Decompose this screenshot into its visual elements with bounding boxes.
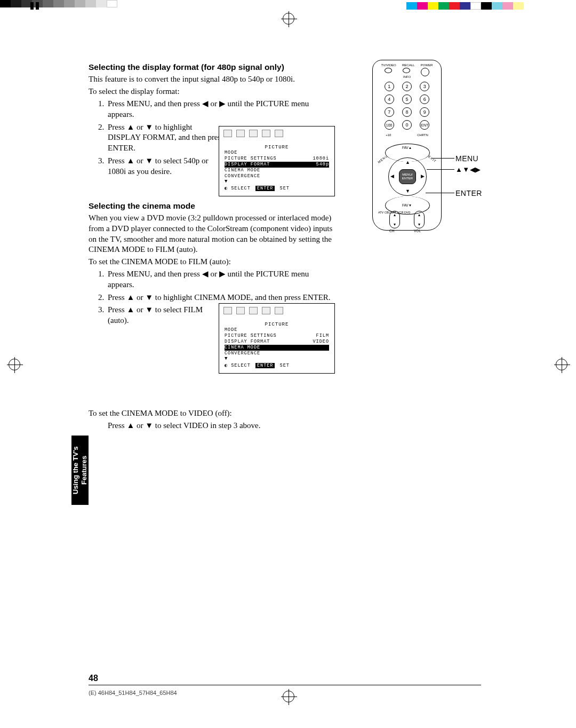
intro-cinema-mode: When you view a DVD movie (3:2 pulldown … <box>89 213 334 255</box>
callout-menu: MENU <box>455 154 478 163</box>
osd-menu-cinema-mode: PICTURE MODE PICTURE SETTINGSFILM DISPLA… <box>219 303 335 374</box>
registration-mark-left <box>9 359 20 370</box>
printer-registration-strip <box>0 0 576 12</box>
step-text: Press ▲ or ▼ to highlight CINEMA MODE, a… <box>108 293 331 302</box>
footer-filename: (E) 46H84_51H84_57H84_65H84 <box>89 690 177 696</box>
osd-tab-icon <box>223 130 232 137</box>
osd-tab-icon <box>262 130 270 137</box>
lead-video-off: To set the CINEMA MODE to VIDEO (off): <box>89 408 334 419</box>
tvvideo-button <box>385 68 392 73</box>
osd-tab-icons <box>223 130 283 137</box>
num-button: 5 <box>402 94 412 104</box>
heading-cinema-mode: Selecting the cinema mode <box>89 201 334 211</box>
intro-display-format: This feature is to convert the input sig… <box>89 74 334 85</box>
osd-tab-icon <box>236 307 245 314</box>
remote-control-diagram: TV/VIDEO RECALL POWER INFO 1 2 3 4 5 6 7… <box>372 60 442 231</box>
right-arrow-icon: ▶ <box>421 173 425 179</box>
osd-menu-display-format: PICTURE MODE PICTURE SETTINGS1080i DISPL… <box>219 126 335 196</box>
step-text: Press MENU, and then press ◀ or ▶ until … <box>108 270 309 289</box>
num-button: 4 <box>385 94 394 104</box>
num-button: ENT <box>420 120 429 130</box>
callout-leader <box>427 169 454 170</box>
num-button: 1 <box>385 82 394 91</box>
osd-footer: ◐ SELECT ENTER SET <box>225 363 290 369</box>
heading-display-format: Selecting the display format (for 480p s… <box>89 62 334 73</box>
osd-tab-icon <box>275 307 283 314</box>
callout-enter: ENTER <box>455 189 482 197</box>
num-button: 100 <box>385 120 394 130</box>
osd-tab-icon <box>223 307 232 314</box>
callout-leader <box>426 193 454 193</box>
left-arrow-icon: ◀ <box>390 173 394 179</box>
num-button: 6 <box>420 94 429 104</box>
step-text: Press ▲ or ▼ to highlight DISPLAY FORMAT… <box>108 123 224 153</box>
osd-footer: ◐ SELECT ENTER SET <box>225 186 290 192</box>
num-button: 3 <box>420 82 429 91</box>
step-text: Press ▲ or ▼ to select 540p or 1080i as … <box>108 156 208 176</box>
chapter-tab: Using the TV's Features <box>71 436 89 505</box>
down-arrow-icon: ▼ <box>405 188 410 194</box>
osd-tab-icon <box>249 130 258 137</box>
registration-mark-right <box>556 359 567 370</box>
page-number: 48 <box>89 674 98 683</box>
registration-mark-top <box>283 13 294 25</box>
step-text: Press MENU, and then press ◀ or ▶ until … <box>108 99 309 118</box>
osd-tab-icon <box>236 130 245 137</box>
num-button: 7 <box>385 107 394 117</box>
vol-rocker: ▴▾ <box>414 211 425 228</box>
number-pad: 1 2 3 4 5 6 7 8 9 100 0 ENT <box>373 82 441 130</box>
osd-tab-icon <box>275 130 283 137</box>
page-canvas: Selecting the display format (for 480p s… <box>31 30 545 698</box>
osd-tab-icon <box>249 307 258 314</box>
color-swatch <box>406 2 524 10</box>
menu-enter-button: MENU/ ENTER <box>399 169 416 184</box>
callout-arrows: ▲▼◀▶ <box>455 165 481 173</box>
recall-button <box>403 68 410 73</box>
ch-rocker: ▴▾ <box>389 211 400 228</box>
num-button: 2 <box>402 82 412 91</box>
num-button: 8 <box>402 107 412 117</box>
lead-cinema-mode: To set the CINEMA MODE to FILM (auto): <box>89 257 334 267</box>
body-video-off: Press ▲ or ▼ to select VIDEO in step 3 a… <box>89 421 334 431</box>
callout-leader <box>432 158 454 159</box>
lead-display-format: To select the display format: <box>89 86 334 97</box>
num-button: 0 <box>402 120 412 130</box>
up-arrow-icon: ▲ <box>405 160 410 165</box>
osd-tab-icon <box>262 307 270 314</box>
num-button: 9 <box>420 107 429 117</box>
footer-rule <box>89 685 481 685</box>
osd-tab-icons <box>223 307 283 314</box>
step-text: Press ▲ or ▼ to select FILM (auto). <box>108 305 203 325</box>
dpad: ▲ ▼ ◀ ▶ MENU/ ENTER <box>386 155 429 198</box>
main-content: Selecting the display format (for 480p s… <box>89 62 334 433</box>
